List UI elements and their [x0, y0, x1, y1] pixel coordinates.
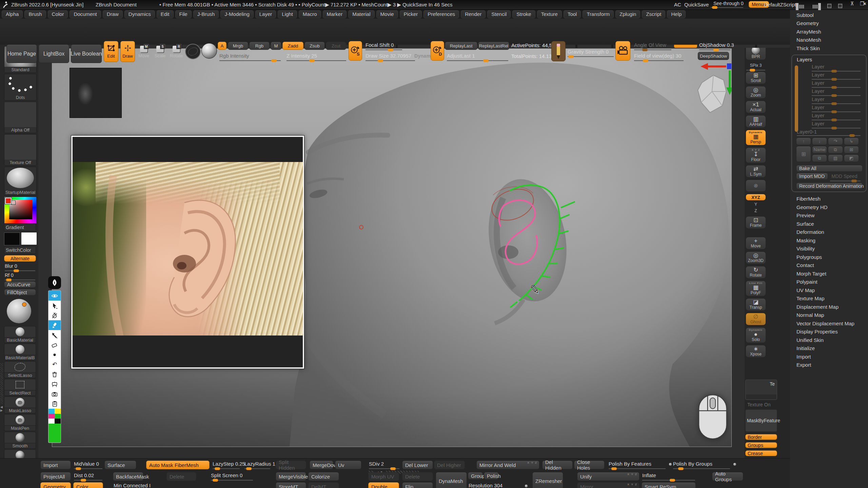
layer-invert-button[interactable]: ◩ — [844, 155, 859, 162]
rgb-intensity-slider[interactable]: Rgb Intensity — [219, 53, 281, 61]
tray-quick-item[interactable]: MaskLasso — [4, 396, 36, 413]
tool-panel-section[interactable]: Preview — [790, 211, 868, 220]
material-preview-icon[interactable] — [201, 43, 217, 59]
layer0-row[interactable]: Layer0-1 — [795, 129, 864, 136]
bottom-control[interactable]: Dist 0.02 — [73, 472, 103, 481]
alternate-button[interactable]: Alternate — [4, 255, 36, 262]
tool-panel-section[interactable]: FiberMesh — [790, 195, 868, 203]
slider-track[interactable] — [74, 480, 102, 481]
shelf-button[interactable]: ⌾ — [746, 180, 766, 192]
bottom-control[interactable]: Split Hidden — [276, 461, 306, 469]
tool-panel-section[interactable]: Morph Target — [790, 269, 868, 278]
layer-row[interactable]: Layer — [795, 64, 864, 72]
scale-mode-button[interactable]: S Scale — [153, 46, 167, 58]
rgb-button[interactable]: Rgb — [249, 42, 270, 50]
tool-panel-section[interactable]: Masking — [790, 236, 868, 245]
menu-item[interactable]: Material — [348, 10, 374, 18]
tray-quick-item[interactable]: SelectRect — [4, 379, 36, 396]
dot-size-icon[interactable] — [48, 350, 61, 360]
slider-track[interactable] — [673, 468, 730, 469]
main-color-swatch[interactable] — [4, 232, 20, 245]
menu-item[interactable]: Picker — [400, 10, 422, 18]
bottom-control[interactable]: Surface — [104, 461, 136, 469]
layer-row[interactable]: Layer — [795, 80, 864, 88]
shelf-button[interactable]: ×1 Actual — [746, 101, 766, 113]
layer-row[interactable]: Layer — [795, 113, 864, 121]
texture-preview-box[interactable]: Te — [745, 380, 777, 400]
shelf-button[interactable]: ◪ Transp — [746, 298, 766, 311]
camera-icon[interactable] — [615, 41, 630, 61]
tool-panel-section[interactable]: Deformation — [790, 228, 868, 237]
edit-mode-button[interactable]: Edit — [104, 41, 118, 62]
z-intensity-slider[interactable]: Z Intensity 25 — [286, 53, 347, 61]
bottom-control[interactable]: Resolution 304 — [468, 482, 522, 488]
shelf-button[interactable]: ◎ Zoom3D — [746, 251, 766, 264]
arrow-tool-icon[interactable] — [48, 330, 61, 340]
blur-slider[interactable]: Blur 0 — [4, 263, 36, 271]
record-deformation-button[interactable]: Record Deformation Animation — [796, 183, 863, 189]
tray-swatch[interactable]: Texture Off — [4, 134, 37, 166]
bottom-control[interactable]: Auto Groups — [712, 472, 743, 481]
groups-button[interactable]: Groups — [745, 442, 777, 448]
shelf-button[interactable]: ∗ Xpose — [746, 345, 766, 358]
shelf-button[interactable]: Z — [746, 208, 766, 214]
brush-size-icon[interactable]: S — [349, 41, 362, 61]
shelf-button[interactable]: Line Fill ▦ PolyF — [746, 281, 766, 296]
trash-icon[interactable] — [48, 369, 61, 379]
menu-item[interactable]: Zplugin — [615, 10, 640, 18]
layer-duplicate-button[interactable]: ⧉ — [828, 146, 843, 154]
tray-quick-item[interactable]: BasicMaterial — [4, 326, 36, 343]
bottom-control[interactable]: SDiv 2 — [368, 461, 400, 469]
bottom-control[interactable]: ProjectAll — [40, 472, 71, 481]
tray-swatch[interactable]: StartupMaterial — [4, 167, 37, 196]
replay-last-button[interactable]: ReplayLast — [445, 42, 477, 50]
shelf-button[interactable]: ∅ Ghost — [746, 313, 766, 325]
layer-row[interactable]: Layer — [795, 104, 864, 113]
current-ink-color-swatch[interactable] — [48, 424, 61, 443]
layer-branch-button[interactable]: ↳ — [844, 138, 859, 145]
slider-track[interactable] — [211, 480, 253, 481]
menu-item[interactable]: Texture — [537, 10, 562, 18]
tray-quick-item[interactable]: MaskPen — [4, 414, 36, 431]
tray-scrollbar[interactable] — [0, 363, 3, 404]
bottom-control[interactable]: Del Lower — [402, 461, 433, 469]
layer-name-button[interactable]: Name — [812, 146, 827, 154]
shelf-button[interactable]: Dynamic ▦ Persp — [746, 130, 766, 145]
menu-item[interactable]: J-Modeling — [220, 10, 253, 18]
texture-on-label[interactable]: Texture On — [745, 401, 777, 407]
tool-panel-section[interactable]: Polypaint — [790, 278, 868, 286]
slider-track[interactable] — [74, 468, 102, 469]
dynamic-size-icon[interactable]: D — [431, 41, 444, 61]
color-picker[interactable] — [4, 197, 37, 224]
material-sphere[interactable] — [7, 299, 31, 323]
menu-item[interactable]: Document — [70, 10, 101, 18]
slider-track[interactable] — [244, 468, 270, 469]
mdd-speed-slider[interactable]: MDD Speed — [829, 173, 861, 182]
layer-row[interactable]: Layer — [795, 72, 864, 80]
menu-item[interactable]: Zscript — [642, 10, 665, 18]
replay-last-rel-button[interactable]: ReplayLastRel — [478, 42, 509, 50]
whiteboard-icon[interactable] — [48, 379, 61, 389]
menu-item[interactable]: Stencil — [487, 10, 511, 18]
active-divider-tab[interactable] — [674, 45, 697, 48]
menu-item[interactable]: Dynamics — [124, 10, 155, 18]
menu-item[interactable]: Draw — [103, 10, 123, 18]
bottom-control[interactable]: Delete — [166, 472, 196, 481]
shelf-button[interactable]: ⊡ Frame — [746, 216, 766, 229]
layer-row[interactable]: Layer — [795, 96, 864, 104]
bottom-control[interactable]: StoreMT — [276, 482, 306, 488]
gravity-strength-slider[interactable]: Gravity Strength 0 — [567, 48, 614, 57]
timer-off-icon[interactable] — [48, 310, 61, 320]
shelf-button[interactable]: ↻ Rotate — [746, 266, 766, 279]
tool-panel-section[interactable]: Unified Skin — [790, 336, 868, 344]
bottom-control[interactable]: Groups — [468, 472, 483, 480]
bottom-control[interactable]: BackfaceMask — [113, 472, 143, 481]
spix-slider[interactable] — [746, 70, 765, 70]
zcut-button[interactable]: Zcut — [326, 42, 346, 50]
bottom-control[interactable]: Polish — [484, 472, 499, 480]
shelf-button[interactable]: Y — [746, 201, 766, 207]
color-palette-icon[interactable] — [48, 409, 61, 424]
menu-item[interactable]: Stroke — [512, 10, 535, 18]
tool-panel-section[interactable]: Contact — [790, 261, 868, 270]
stroke-preview-icon[interactable] — [185, 44, 201, 59]
